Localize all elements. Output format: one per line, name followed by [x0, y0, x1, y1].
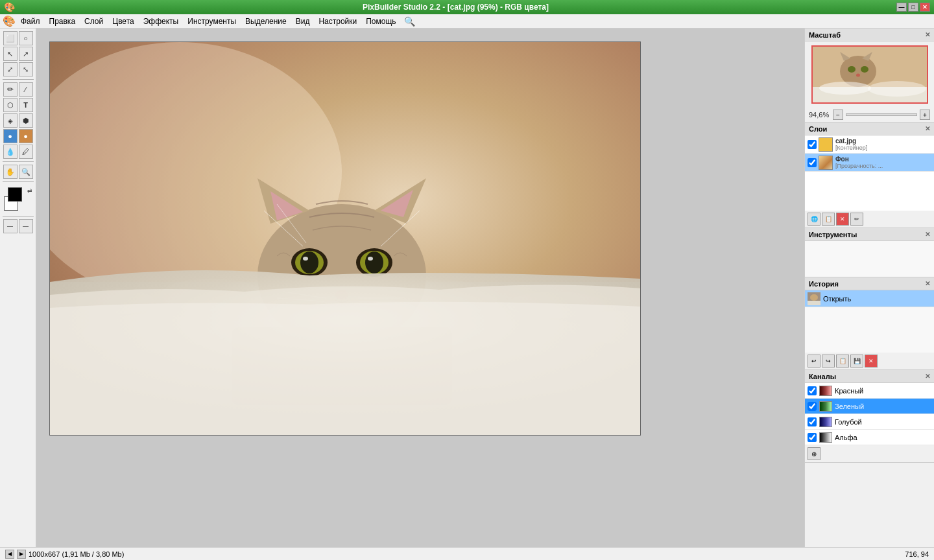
history-panel-header: История ✕: [805, 277, 934, 290]
scale-panel-close[interactable]: ✕: [925, 31, 930, 38]
instruments-content: [805, 241, 934, 277]
instruments-panel: Инструменты ✕: [805, 228, 934, 277]
main-layout: ⬜ ○ ↖ ↗ ⤢ ⤡ ✏ ∕ ⬡ T ◈ ⬢ ● ● 💧 🖊: [0, 29, 934, 547]
layer-container-checkbox[interactable]: [808, 140, 817, 149]
history-item-open[interactable]: Открыть: [805, 290, 934, 307]
canvas-area[interactable]: [36, 29, 804, 547]
instruments-panel-close[interactable]: ✕: [925, 231, 930, 238]
tool-dodge[interactable]: ●: [3, 129, 18, 143]
layer-container-name: cat.jpg: [835, 137, 867, 145]
tool-clone[interactable]: 🖊: [19, 145, 33, 159]
swap-colors-icon[interactable]: ⇄: [27, 187, 32, 194]
clear-history-button[interactable]: ✕: [865, 355, 878, 368]
window-title: PixBuilder Studio 2.2 - [cat.jpg (95%) -…: [15, 3, 896, 12]
layer-bg-sub: [Прозрачность: ...: [835, 163, 883, 169]
channel-green-checkbox[interactable]: [808, 402, 817, 411]
layers-panel: Слои ✕ cat.jpg [Контейнер]: [805, 122, 934, 228]
tool-mode-normal[interactable]: —: [3, 219, 18, 233]
menu-file[interactable]: Файл: [17, 16, 44, 27]
search-icon[interactable]: 🔍: [404, 16, 415, 27]
app-icon: 🎨: [4, 2, 15, 12]
menu-colors[interactable]: Цвета: [108, 16, 138, 27]
history-panel-close[interactable]: ✕: [925, 280, 930, 287]
layer-bg-checkbox[interactable]: [808, 158, 817, 167]
tool-eyedropper[interactable]: 💧: [3, 145, 18, 159]
menu-layer[interactable]: Слой: [80, 16, 107, 27]
channel-alpha-checkbox[interactable]: [808, 433, 817, 442]
channel-alpha[interactable]: Альфа: [805, 430, 934, 445]
channel-options-button[interactable]: ⊕: [808, 447, 820, 460]
undo-button[interactable]: ↩: [808, 355, 820, 368]
tool-crop[interactable]: ⤡: [19, 62, 33, 76]
svg-rect-57: [808, 301, 820, 305]
delete-layer-button[interactable]: ✕: [836, 213, 849, 226]
tool-row-5: ⬡ T: [3, 98, 33, 112]
tool-transform[interactable]: ↗: [19, 47, 33, 61]
history-action-bar: ↩ ↪ 📋 💾 ✕: [805, 353, 934, 369]
minimize-button[interactable]: —: [896, 3, 907, 12]
instruments-panel-title: Инструменты: [809, 231, 857, 239]
foreground-color[interactable]: [8, 187, 22, 202]
status-next-button[interactable]: ▶: [17, 550, 26, 559]
cat-image: [50, 42, 641, 436]
layers-panel-close[interactable]: ✕: [925, 125, 930, 132]
tool-smudge[interactable]: ⬢: [19, 113, 33, 128]
new-snapshot-button[interactable]: 📋: [836, 355, 849, 368]
statusbar-right: 716, 94: [905, 550, 929, 558]
menu-settings[interactable]: Настройки: [315, 16, 361, 27]
tool-mode-alt[interactable]: —: [19, 219, 33, 233]
menu-effects[interactable]: Эффекты: [139, 16, 183, 27]
channel-green[interactable]: Зеленый: [805, 399, 934, 414]
close-button[interactable]: ✕: [920, 3, 930, 12]
channel-blue-checkbox[interactable]: [808, 417, 817, 426]
channel-red-thumb: [819, 386, 832, 396]
tool-row-7: ● ●: [3, 129, 33, 143]
menu-selection[interactable]: Выделение: [241, 16, 291, 27]
layer-item-bg[interactable]: Фон [Прозрачность: ...: [805, 154, 934, 172]
duplicate-layer-button[interactable]: 📋: [822, 213, 835, 226]
canvas-container: [49, 41, 641, 436]
scale-preview-image: [813, 47, 927, 102]
zoom-minus-button[interactable]: −: [833, 110, 843, 120]
statusbar-left: ◀ ▶ 1000x667 (1,91 Mb / 3,80 Mb): [5, 550, 124, 559]
zoom-value-label: 94,6%: [809, 111, 832, 119]
add-layer-button[interactable]: 🌐: [808, 213, 820, 226]
tool-lasso[interactable]: ⤢: [3, 62, 18, 76]
tool-move[interactable]: ↖: [3, 47, 18, 61]
svg-point-53: [819, 82, 871, 95]
zoom-plus-button[interactable]: +: [920, 110, 930, 120]
status-prev-button[interactable]: ◀: [5, 550, 14, 559]
channel-red-checkbox[interactable]: [808, 386, 817, 395]
channel-blue[interactable]: Голубой: [805, 414, 934, 430]
edit-layer-button[interactable]: ✏: [850, 213, 863, 226]
channel-red[interactable]: Красный: [805, 383, 934, 399]
menu-view[interactable]: Вид: [292, 16, 314, 27]
tool-hand[interactable]: ✋: [3, 165, 18, 179]
save-history-button[interactable]: 💾: [850, 355, 863, 368]
tool-burn[interactable]: ●: [19, 129, 33, 143]
layer-container-info: cat.jpg [Контейнер]: [835, 137, 867, 151]
tool-fill[interactable]: ⬡: [3, 98, 18, 112]
channel-blue-thumb: [819, 417, 832, 427]
menu-tools[interactable]: Инструменты: [184, 16, 240, 27]
layer-item-container[interactable]: cat.jpg [Контейнер]: [805, 135, 934, 154]
titlebar: 🎨 PixBuilder Studio 2.2 - [cat.jpg (95%)…: [0, 0, 934, 14]
tool-text[interactable]: T: [19, 98, 33, 112]
tool-blur[interactable]: ◈: [3, 113, 18, 128]
channel-green-thumb: [819, 401, 832, 412]
redo-button[interactable]: ↪: [822, 355, 835, 368]
tool-zoom[interactable]: 🔍: [19, 165, 33, 179]
zoom-slider[interactable]: [846, 113, 917, 116]
svg-point-50: [861, 66, 868, 73]
menu-help[interactable]: Помощь: [362, 16, 400, 27]
zoom-slider-track: [846, 113, 917, 116]
image-info-label: 1000x667 (1,91 Mb / 3,80 Mb): [29, 550, 124, 558]
tool-pencil[interactable]: ✏: [3, 82, 18, 97]
tool-line[interactable]: ∕: [19, 82, 33, 97]
maximize-button[interactable]: □: [908, 3, 918, 12]
tool-marquee-ellipse[interactable]: ○: [19, 31, 33, 45]
channels-panel-close[interactable]: ✕: [925, 373, 930, 380]
menu-edit[interactable]: Правка: [45, 16, 80, 27]
tool-marquee-rect[interactable]: ⬜: [3, 31, 18, 45]
svg-point-51: [856, 74, 860, 77]
